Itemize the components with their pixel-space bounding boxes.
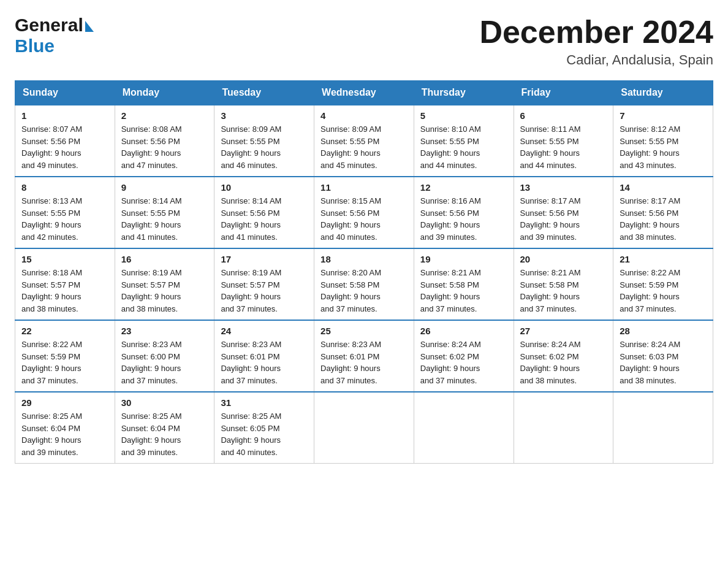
title-section: December 2024 Cadiar, Andalusia, Spain [479,15,713,68]
day-number: 30 [121,397,208,408]
logo-general-text: General [15,15,83,36]
day-info: Sunrise: 8:07 AMSunset: 5:56 PMDaylight:… [21,123,108,171]
week-row-4: 22Sunrise: 8:22 AMSunset: 5:59 PMDayligh… [15,320,713,392]
day-number: 10 [221,182,308,193]
day-info: Sunrise: 8:25 AMSunset: 6:05 PMDaylight:… [221,410,308,458]
day-number: 26 [420,326,507,336]
calendar-cell: 3Sunrise: 8:09 AMSunset: 5:55 PMDaylight… [214,105,314,177]
day-number: 2 [121,110,208,121]
day-info: Sunrise: 8:13 AMSunset: 5:55 PMDaylight:… [21,195,108,243]
day-info: Sunrise: 8:22 AMSunset: 5:59 PMDaylight:… [21,339,108,386]
day-info: Sunrise: 8:11 AMSunset: 5:55 PMDaylight:… [520,123,607,171]
day-info: Sunrise: 8:24 AMSunset: 6:03 PMDaylight:… [620,339,707,386]
logo-arrow-icon [85,21,94,32]
day-info: Sunrise: 8:17 AMSunset: 5:56 PMDaylight:… [520,195,607,243]
calendar-cell: 28Sunrise: 8:24 AMSunset: 6:03 PMDayligh… [613,320,713,392]
calendar-cell: 29Sunrise: 8:25 AMSunset: 6:04 PMDayligh… [15,392,115,464]
day-info: Sunrise: 8:15 AMSunset: 5:56 PMDaylight:… [320,195,408,243]
header-saturday: Saturday [613,81,713,105]
calendar-cell: 4Sunrise: 8:09 AMSunset: 5:55 PMDaylight… [314,105,414,177]
calendar-body: 1Sunrise: 8:07 AMSunset: 5:56 PMDaylight… [15,105,713,464]
calendar-cell: 15Sunrise: 8:18 AMSunset: 5:57 PMDayligh… [15,248,115,320]
calendar-cell: 11Sunrise: 8:15 AMSunset: 5:56 PMDayligh… [314,177,414,248]
calendar-cell: 2Sunrise: 8:08 AMSunset: 5:56 PMDaylight… [115,105,214,177]
day-number: 6 [520,110,607,121]
day-info: Sunrise: 8:23 AMSunset: 6:01 PMDaylight:… [320,339,408,386]
calendar-cell: 6Sunrise: 8:11 AMSunset: 5:55 PMDaylight… [514,105,613,177]
day-number: 20 [520,254,607,264]
day-number: 3 [221,110,308,121]
calendar-cell: 1Sunrise: 8:07 AMSunset: 5:56 PMDaylight… [15,105,115,177]
day-info: Sunrise: 8:23 AMSunset: 6:01 PMDaylight:… [221,339,308,386]
day-number: 23 [121,326,208,336]
day-number: 18 [320,254,408,264]
calendar-cell: 16Sunrise: 8:19 AMSunset: 5:57 PMDayligh… [115,248,214,320]
header-sunday: Sunday [15,81,115,105]
day-info: Sunrise: 8:24 AMSunset: 6:02 PMDaylight:… [420,339,507,386]
day-number: 16 [121,254,208,264]
calendar-cell: 19Sunrise: 8:21 AMSunset: 5:58 PMDayligh… [414,248,514,320]
location-title: Cadiar, Andalusia, Spain [479,52,713,68]
calendar-cell: 21Sunrise: 8:22 AMSunset: 5:59 PMDayligh… [613,248,713,320]
day-info: Sunrise: 8:09 AMSunset: 5:55 PMDaylight:… [221,123,308,171]
week-row-1: 1Sunrise: 8:07 AMSunset: 5:56 PMDaylight… [15,105,713,177]
day-number: 12 [420,182,507,193]
header-tuesday: Tuesday [214,81,314,105]
day-number: 25 [320,326,408,336]
day-info: Sunrise: 8:09 AMSunset: 5:55 PMDaylight:… [320,123,408,171]
page-header: General Blue December 2024 Cadiar, Andal… [15,15,713,68]
day-number: 21 [620,254,707,264]
calendar-cell: 10Sunrise: 8:14 AMSunset: 5:56 PMDayligh… [214,177,314,248]
day-info: Sunrise: 8:10 AMSunset: 5:55 PMDaylight:… [420,123,507,171]
calendar-cell: 26Sunrise: 8:24 AMSunset: 6:02 PMDayligh… [414,320,514,392]
calendar-cell: 13Sunrise: 8:17 AMSunset: 5:56 PMDayligh… [514,177,613,248]
calendar-table: SundayMondayTuesdayWednesdayThursdayFrid… [15,80,713,464]
day-info: Sunrise: 8:20 AMSunset: 5:58 PMDaylight:… [320,267,408,315]
day-number: 31 [221,397,308,408]
day-number: 24 [221,326,308,336]
day-info: Sunrise: 8:21 AMSunset: 5:58 PMDaylight:… [420,267,507,315]
day-info: Sunrise: 8:22 AMSunset: 5:59 PMDaylight:… [620,267,707,315]
calendar-cell: 24Sunrise: 8:23 AMSunset: 6:01 PMDayligh… [214,320,314,392]
day-info: Sunrise: 8:19 AMSunset: 5:57 PMDaylight:… [221,267,308,315]
day-number: 22 [21,326,108,336]
week-row-5: 29Sunrise: 8:25 AMSunset: 6:04 PMDayligh… [15,392,713,464]
calendar-header: SundayMondayTuesdayWednesdayThursdayFrid… [15,81,713,105]
day-number: 7 [620,110,707,121]
day-number: 11 [320,182,408,193]
calendar-cell: 18Sunrise: 8:20 AMSunset: 5:58 PMDayligh… [314,248,414,320]
calendar-cell: 20Sunrise: 8:21 AMSunset: 5:58 PMDayligh… [514,248,613,320]
day-info: Sunrise: 8:14 AMSunset: 5:55 PMDaylight:… [121,195,208,243]
calendar-cell: 5Sunrise: 8:10 AMSunset: 5:55 PMDaylight… [414,105,514,177]
day-info: Sunrise: 8:25 AMSunset: 6:04 PMDaylight:… [21,410,108,458]
calendar-cell [414,392,514,464]
calendar-cell: 23Sunrise: 8:23 AMSunset: 6:00 PMDayligh… [115,320,214,392]
calendar-cell: 30Sunrise: 8:25 AMSunset: 6:04 PMDayligh… [115,392,214,464]
day-info: Sunrise: 8:25 AMSunset: 6:04 PMDaylight:… [121,410,208,458]
day-number: 28 [620,326,707,336]
calendar-cell: 9Sunrise: 8:14 AMSunset: 5:55 PMDaylight… [115,177,214,248]
calendar-cell: 8Sunrise: 8:13 AMSunset: 5:55 PMDaylight… [15,177,115,248]
calendar-cell [613,392,713,464]
day-info: Sunrise: 8:18 AMSunset: 5:57 PMDaylight:… [21,267,108,315]
calendar-cell [314,392,414,464]
day-info: Sunrise: 8:12 AMSunset: 5:55 PMDaylight:… [620,123,707,171]
day-info: Sunrise: 8:08 AMSunset: 5:56 PMDaylight:… [121,123,208,171]
day-number: 17 [221,254,308,264]
day-info: Sunrise: 8:23 AMSunset: 6:00 PMDaylight:… [121,339,208,386]
logo-blue-text: Blue [15,36,55,56]
day-info: Sunrise: 8:17 AMSunset: 5:56 PMDaylight:… [620,195,707,243]
day-number: 15 [21,254,108,264]
week-row-3: 15Sunrise: 8:18 AMSunset: 5:57 PMDayligh… [15,248,713,320]
day-number: 14 [620,182,707,193]
calendar-cell: 12Sunrise: 8:16 AMSunset: 5:56 PMDayligh… [414,177,514,248]
header-thursday: Thursday [414,81,514,105]
day-number: 4 [320,110,408,121]
day-info: Sunrise: 8:21 AMSunset: 5:58 PMDaylight:… [520,267,607,315]
week-row-2: 8Sunrise: 8:13 AMSunset: 5:55 PMDaylight… [15,177,713,248]
day-number: 9 [121,182,208,193]
calendar-cell: 31Sunrise: 8:25 AMSunset: 6:05 PMDayligh… [214,392,314,464]
header-row: SundayMondayTuesdayWednesdayThursdayFrid… [15,81,713,105]
month-title: December 2024 [479,15,713,50]
day-number: 1 [21,110,108,121]
